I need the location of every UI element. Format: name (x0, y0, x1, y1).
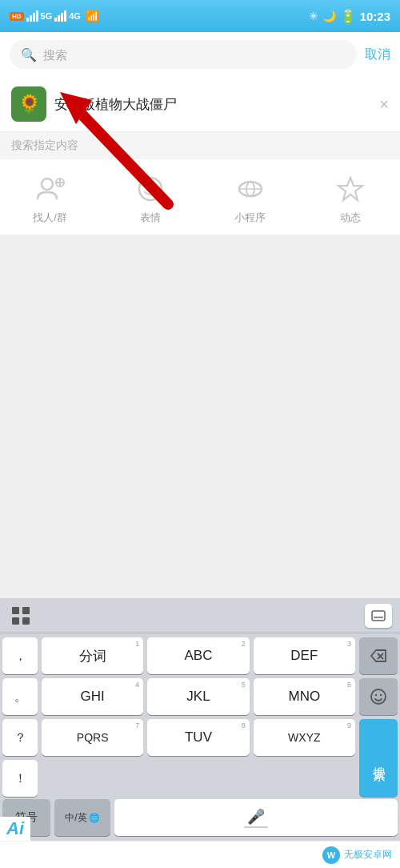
moon-icon: 🌙 (322, 10, 336, 22)
svg-point-6 (153, 184, 156, 187)
key-search-label: 搜索 (370, 756, 387, 761)
status-left: HD 5G 4G 📶 (10, 10, 99, 22)
keyboard-left-col: ， 。 ？ ！ (2, 637, 38, 797)
mic-underline (244, 826, 268, 828)
cancel-button[interactable]: 取消 (365, 46, 390, 63)
key-emoji[interactable] (359, 678, 398, 715)
keyboard-right-col: 搜索 (359, 637, 398, 797)
key-row-1: 1 分词 2 ABC 3 DEF (42, 637, 355, 674)
keyboard-area: ， 。 ？ ！ 1 分词 2 ABC (0, 598, 400, 868)
key-JKL[interactable]: 5 JKL (147, 678, 249, 715)
svg-point-22 (371, 689, 386, 704)
key-ABC[interactable]: 2 ABC (147, 637, 249, 674)
keyboard-main: 1 分词 2 ABC 3 DEF 4 GHI 5 (42, 637, 355, 797)
search-bar: 🔍 取消 (0, 32, 400, 77)
globe-icon: 🌐 (89, 813, 100, 823)
key-num-4: 4 (135, 681, 139, 689)
key-question[interactable]: ？ (2, 719, 38, 756)
svg-rect-17 (22, 617, 30, 625)
recent-item-title: 安卓版植物大战僵尸 (54, 95, 371, 114)
find-people-label: 找人/群 (33, 211, 67, 225)
key-backspace[interactable] (359, 637, 398, 674)
svg-marker-10 (338, 178, 362, 200)
watermark-bar: W 无极安卓网 (0, 841, 400, 868)
key-GHI[interactable]: 4 GHI (42, 678, 143, 715)
quick-action-emoji[interactable]: 表情 (100, 172, 200, 225)
moments-icon (334, 172, 367, 206)
key-MNO[interactable]: 6 MNO (254, 678, 355, 715)
space-inner: 🎤 (244, 808, 268, 828)
find-people-icon (34, 172, 67, 206)
search-input-wrap[interactable]: 🔍 (10, 40, 357, 69)
key-label-DEF: DEF (290, 648, 318, 664)
key-label-WXYZ: WXYZ (288, 731, 320, 744)
quick-actions: 找人/群 表情 小程序 动态 (0, 159, 400, 235)
key-num-6: 6 (347, 681, 351, 689)
keyboard-toolbar-left (8, 603, 34, 629)
keyboard-collapse-button[interactable] (365, 604, 392, 628)
recent-search-item[interactable]: 🌻 安卓版植物大战僵尸 × (0, 77, 400, 132)
main-content (0, 235, 400, 484)
keyboard-bottom-row: 符号 中/英 🌐 🎤 (0, 799, 400, 841)
key-label-fenCi: 分词 (79, 647, 106, 665)
key-PQRS[interactable]: 7 PQRS (42, 719, 143, 756)
quick-action-miniprogram[interactable]: 小程序 (200, 172, 300, 225)
network-5g: 5G (41, 11, 53, 21)
hd-badge: HD (10, 12, 24, 21)
signal-bars (26, 10, 38, 22)
key-label-TUV: TUV (185, 729, 212, 745)
key-row-3: 7 PQRS 8 TUV 9 WXYZ (42, 719, 355, 756)
key-label-PQRS: PQRS (77, 731, 109, 744)
emoji-icon (134, 172, 167, 206)
watermark-content: W 无极安卓网 (322, 846, 392, 864)
miniprogram-label: 小程序 (234, 211, 266, 225)
recent-item-close[interactable]: × (379, 95, 389, 114)
lang-label: 中/英 (65, 811, 86, 825)
key-space[interactable]: 🎤 (114, 799, 398, 836)
key-num-9: 9 (347, 721, 351, 729)
battery-icon: 🔋 (340, 9, 356, 24)
quick-action-moments[interactable]: 动态 (300, 172, 400, 225)
svg-point-23 (375, 694, 377, 696)
key-label-ABC: ABC (185, 648, 213, 664)
search-icon: 🔍 (21, 47, 37, 62)
key-num-8: 8 (242, 721, 246, 729)
emoji-label: 表情 (140, 211, 161, 225)
search-input[interactable] (43, 48, 346, 62)
key-label-GHI: GHI (81, 689, 105, 705)
wifi-icon: 📶 (86, 10, 99, 22)
bluetooth-icon: ✳ (309, 10, 318, 22)
keyboard-grid-icon[interactable] (8, 603, 34, 629)
status-bar: HD 5G 4G 📶 ✳ 🌙 🔋 10:23 (0, 0, 400, 32)
svg-rect-15 (22, 607, 30, 614)
miniprogram-icon (234, 172, 267, 206)
key-label-JKL: JKL (186, 689, 210, 705)
key-exclaim[interactable]: ！ (2, 760, 38, 797)
svg-point-4 (139, 178, 162, 200)
key-comma[interactable]: ， (2, 637, 38, 674)
svg-point-0 (42, 179, 53, 190)
search-hint-text: 搜索指定内容 (11, 139, 78, 151)
quick-action-find-people[interactable]: 找人/群 (0, 172, 100, 225)
key-num-2: 2 (242, 640, 246, 648)
svg-point-5 (145, 184, 148, 187)
svg-point-24 (380, 694, 382, 696)
key-DEF[interactable]: 3 DEF (254, 637, 355, 674)
search-hint: 搜索指定内容 (0, 132, 400, 159)
key-period[interactable]: 。 (2, 678, 38, 715)
svg-rect-18 (372, 611, 385, 621)
recent-item-avatar: 🌻 (11, 86, 46, 122)
key-TUV[interactable]: 8 TUV (147, 719, 249, 756)
key-lang[interactable]: 中/英 🌐 (54, 799, 110, 836)
moments-label: 动态 (340, 211, 361, 225)
watermark-text: 无极安卓网 (344, 848, 392, 862)
signal-bars-2 (54, 10, 66, 22)
key-num-5: 5 (242, 681, 246, 689)
key-fenCi[interactable]: 1 分词 (42, 637, 143, 674)
svg-rect-14 (12, 607, 19, 614)
status-right: ✳ 🌙 🔋 10:23 (309, 9, 390, 24)
key-num-7: 7 (135, 721, 139, 729)
key-search-button[interactable]: 搜索 (359, 719, 398, 797)
key-WXYZ[interactable]: 9 WXYZ (254, 719, 355, 756)
svg-rect-16 (12, 617, 19, 625)
